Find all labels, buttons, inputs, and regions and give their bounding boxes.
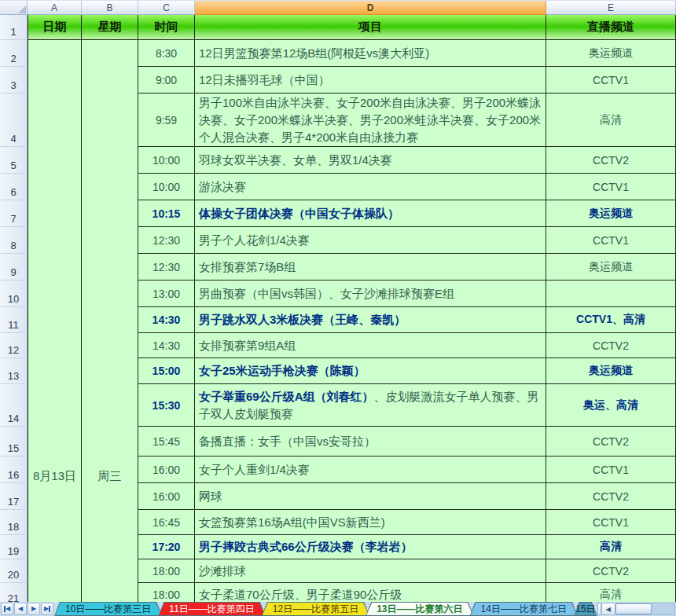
channel-cell[interactable]: 高清 — [546, 583, 676, 603]
time-cell[interactable]: 14:30 — [138, 333, 195, 358]
row-number[interactable]: 16 — [0, 456, 28, 483]
header-cell-time[interactable]: 时间 — [138, 15, 195, 40]
time-cell[interactable]: 18:00 — [138, 583, 195, 603]
row-number[interactable]: 17 — [0, 483, 28, 510]
event-cell[interactable]: 体操女子团体决赛（中国女子体操队） — [195, 200, 546, 227]
time-cell[interactable]: 10:15 — [138, 200, 195, 227]
time-cell[interactable]: 10:00 — [138, 147, 195, 174]
time-cell[interactable]: 8:30 — [138, 40, 195, 67]
select-all-button[interactable] — [0, 1, 28, 15]
time-cell[interactable]: 9:00 — [138, 67, 195, 94]
row-number[interactable]: 6 — [0, 174, 28, 200]
channel-cell[interactable]: 奥运频道 — [546, 254, 676, 280]
tab-scroll-last-button[interactable]: ▶ — [41, 603, 53, 615]
row-number[interactable]: 15 — [0, 427, 28, 456]
scrollbar-thumb[interactable] — [615, 603, 652, 614]
time-cell[interactable]: 14:30 — [138, 307, 195, 333]
event-cell[interactable]: 男子100米自由泳半决赛、女子200米自由泳决赛、男子200米蝶泳决赛、女子20… — [195, 94, 546, 147]
channel-cell[interactable]: 奥运频道 — [546, 358, 676, 384]
channel-cell[interactable]: CCTV1、高清 — [546, 307, 676, 333]
event-cell[interactable]: 12日未播羽毛球（中国） — [195, 67, 546, 94]
time-cell[interactable]: 12:30 — [138, 254, 195, 280]
row-number[interactable]: 21 — [0, 583, 28, 603]
event-cell[interactable]: 沙滩排球 — [195, 559, 546, 583]
row-number[interactable]: 12 — [0, 333, 28, 358]
event-cell[interactable]: 女排预赛第7场B组 — [195, 254, 546, 280]
event-cell[interactable]: 女篮预赛第16场A组(中国VS新西兰) — [195, 510, 546, 535]
channel-cell[interactable]: 奥运频道 — [546, 200, 676, 227]
event-cell[interactable]: 羽球女双半决赛、女单、男双1/4决赛 — [195, 147, 546, 174]
event-cell[interactable]: 男曲预赛（中国vs韩国）、女子沙滩排球预赛E组 — [195, 280, 546, 307]
column-header[interactable]: C — [138, 1, 195, 15]
event-cell[interactable]: 女子25米运动手枪决赛（陈颖） — [195, 358, 546, 384]
time-cell[interactable]: 15:00 — [138, 358, 195, 384]
row-number[interactable]: 8 — [0, 227, 28, 254]
scrollbar-track[interactable] — [615, 603, 675, 615]
channel-cell[interactable]: CCTV1 — [546, 174, 676, 200]
channel-cell[interactable]: CCTV2 — [546, 427, 676, 456]
tab-scroll-prev-button[interactable]: ◀ — [14, 603, 27, 615]
column-header[interactable]: B — [82, 1, 138, 15]
row-number[interactable]: 7 — [0, 200, 28, 227]
channel-cell[interactable]: CCTV2 — [546, 147, 676, 174]
event-cell[interactable]: 男子摔跤古典式66公斤级决赛（李岩岩） — [195, 535, 546, 559]
channel-cell[interactable]: 高清 — [546, 94, 676, 147]
row-number[interactable]: 13 — [0, 358, 28, 384]
row-number[interactable]: 3 — [0, 67, 28, 94]
column-header[interactable]: E — [546, 1, 676, 15]
row-number[interactable]: 10 — [0, 280, 28, 307]
sheet-tab[interactable]: 15日 — [574, 602, 597, 616]
column-header[interactable]: D — [195, 1, 546, 15]
event-cell[interactable]: 男子个人花剑1/4决赛 — [195, 227, 546, 254]
header-cell-channel[interactable]: 直播频道 — [546, 15, 676, 40]
row-number[interactable]: 2 — [0, 40, 28, 67]
event-cell[interactable]: 女子个人重剑1/4决赛 — [195, 456, 546, 483]
sheet-tab[interactable]: 13日——比赛第六日 — [366, 602, 473, 616]
event-cell[interactable]: 女子举重69公斤级A组（刘春红）、皮划艇激流女子单人预赛、男子双人皮划艇预赛 — [195, 384, 546, 427]
time-cell[interactable]: 12:30 — [138, 227, 195, 254]
tab-scroll-next-button[interactable]: ▶ — [28, 603, 40, 615]
event-cell[interactable]: 女排预赛第9组A组 — [195, 333, 546, 358]
channel-cell[interactable]: CCTV1 — [546, 510, 676, 535]
channel-cell[interactable]: CCTV2 — [546, 333, 676, 358]
header-cell-date[interactable]: 日期 — [28, 15, 82, 40]
sheet-tab[interactable]: 14日——比赛第七日 — [470, 602, 578, 616]
tab-scroll-first-button[interactable]: ◀ — [1, 603, 13, 615]
sheet-tab[interactable]: 10日——比赛第三日 — [54, 602, 162, 616]
scroll-left-button[interactable]: ◀ — [601, 603, 615, 615]
merged-cell-date[interactable]: 8月13日 — [28, 40, 82, 603]
row-number[interactable]: 19 — [0, 535, 28, 559]
channel-cell[interactable]: CCTV1 — [546, 67, 676, 94]
sheet-tab[interactable]: 11日——比赛第四日 — [158, 602, 265, 616]
event-cell[interactable]: 女子柔道70公斤级、男子柔道90公斤级 — [195, 583, 546, 603]
time-cell[interactable]: 16:00 — [138, 483, 195, 510]
time-cell[interactable]: 13:00 — [138, 280, 195, 307]
merged-cell-weekday[interactable]: 周三 — [82, 40, 138, 603]
event-cell[interactable]: 男子跳水双人3米板决赛（王峰、秦凯） — [195, 307, 546, 333]
row-number[interactable]: 9 — [0, 254, 28, 280]
row-number[interactable]: 1 — [0, 15, 28, 40]
column-header[interactable]: A — [28, 1, 82, 15]
event-cell[interactable]: 备播直播：女手（中国vs安哥拉） — [195, 427, 546, 456]
channel-cell[interactable]: CCTV2 — [546, 483, 676, 510]
channel-cell[interactable]: CCTV1 — [546, 227, 676, 254]
header-cell-event[interactable]: 项目 — [195, 15, 546, 40]
channel-cell[interactable]: CCTV1 — [546, 456, 676, 483]
header-cell-weekday[interactable]: 星期 — [82, 15, 138, 40]
time-cell[interactable]: 16:00 — [138, 456, 195, 483]
event-cell[interactable]: 网球 — [195, 483, 546, 510]
time-cell[interactable]: 10:00 — [138, 174, 195, 200]
row-number[interactable]: 4 — [0, 94, 28, 147]
channel-cell[interactable]: CCTV2 — [546, 559, 676, 583]
row-number[interactable]: 11 — [0, 307, 28, 333]
row-number[interactable]: 5 — [0, 147, 28, 174]
channel-cell[interactable]: 奥运频道 — [546, 40, 676, 67]
time-cell[interactable]: 15:30 — [138, 384, 195, 427]
event-cell[interactable]: 游泳决赛 — [195, 174, 546, 200]
time-cell[interactable]: 18:00 — [138, 559, 195, 583]
row-number[interactable]: 20 — [0, 559, 28, 583]
sheet-tab[interactable]: 12日——比赛第五日 — [262, 602, 369, 616]
channel-cell[interactable] — [546, 280, 676, 307]
event-cell[interactable]: 12日男篮预赛第12场B组(阿根廷vs澳大利亚) — [195, 40, 546, 67]
channel-cell[interactable]: 奥运、高清 — [546, 384, 676, 427]
